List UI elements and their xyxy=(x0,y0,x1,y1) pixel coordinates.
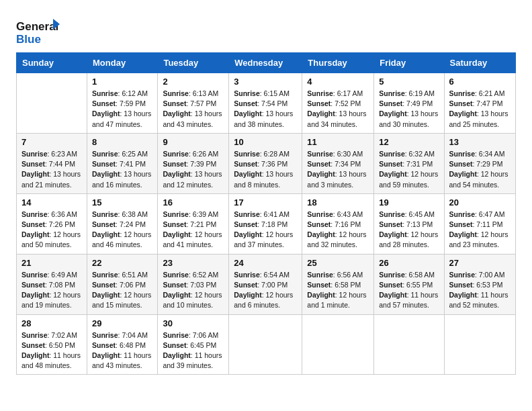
day-detail: Sunrise: 6:30 AMSunset: 7:34 PMDaylight:… xyxy=(307,149,369,190)
day-number: 3 xyxy=(234,77,297,87)
logo: GeneralBlue xyxy=(16,17,63,47)
calendar-cell: 10Sunrise: 6:28 AMSunset: 7:36 PMDayligh… xyxy=(229,133,302,193)
col-header-sunday: Sunday xyxy=(17,53,87,73)
day-detail: Sunrise: 6:34 AMSunset: 7:29 PMDaylight:… xyxy=(449,149,511,190)
calendar-cell: 16Sunrise: 6:39 AMSunset: 7:21 PMDayligh… xyxy=(158,193,229,254)
day-number: 9 xyxy=(163,137,224,147)
day-number: 6 xyxy=(449,77,511,87)
day-detail: Sunrise: 6:58 AMSunset: 6:55 PMDaylight:… xyxy=(379,270,439,311)
day-number: 13 xyxy=(449,137,511,147)
calendar-week-4: 21Sunrise: 6:49 AMSunset: 7:08 PMDayligh… xyxy=(17,254,516,314)
day-detail: Sunrise: 6:47 AMSunset: 7:11 PMDaylight:… xyxy=(449,210,511,250)
calendar-cell: 3Sunrise: 6:15 AMSunset: 7:54 PMDaylight… xyxy=(229,73,302,134)
calendar-cell xyxy=(444,314,516,375)
day-detail: Sunrise: 6:41 AMSunset: 7:18 PMDaylight:… xyxy=(234,210,297,250)
calendar-week-3: 14Sunrise: 6:36 AMSunset: 7:26 PMDayligh… xyxy=(17,193,516,254)
day-detail: Sunrise: 6:17 AMSunset: 7:52 PMDaylight:… xyxy=(307,89,369,130)
calendar-cell: 17Sunrise: 6:41 AMSunset: 7:18 PMDayligh… xyxy=(229,193,302,254)
day-detail: Sunrise: 6:25 AMSunset: 7:41 PMDaylight:… xyxy=(92,149,152,190)
page-header: GeneralBlue xyxy=(16,13,516,47)
calendar-cell: 14Sunrise: 6:36 AMSunset: 7:26 PMDayligh… xyxy=(17,193,87,254)
day-detail: Sunrise: 6:19 AMSunset: 7:49 PMDaylight:… xyxy=(379,89,439,130)
day-number: 27 xyxy=(449,258,511,268)
col-header-wednesday: Wednesday xyxy=(229,53,302,73)
calendar-cell: 12Sunrise: 6:32 AMSunset: 7:31 PMDayligh… xyxy=(374,133,444,193)
day-detail: Sunrise: 6:23 AMSunset: 7:44 PMDaylight:… xyxy=(21,149,82,190)
calendar-cell: 6Sunrise: 6:21 AMSunset: 7:47 PMDaylight… xyxy=(444,73,516,134)
day-detail: Sunrise: 6:52 AMSunset: 7:03 PMDaylight:… xyxy=(163,270,224,311)
day-detail: Sunrise: 6:39 AMSunset: 7:21 PMDaylight:… xyxy=(163,210,224,250)
calendar-table: SundayMondayTuesdayWednesdayThursdayFrid… xyxy=(16,52,516,375)
day-number: 28 xyxy=(21,318,82,328)
day-detail: Sunrise: 7:06 AMSunset: 6:45 PMDaylight:… xyxy=(163,330,224,371)
day-detail: Sunrise: 6:45 AMSunset: 7:13 PMDaylight:… xyxy=(379,210,439,250)
logo-svg: GeneralBlue xyxy=(16,17,63,47)
day-number: 24 xyxy=(234,258,297,268)
calendar-cell: 26Sunrise: 6:58 AMSunset: 6:55 PMDayligh… xyxy=(374,254,444,314)
day-number: 11 xyxy=(307,137,369,147)
col-header-tuesday: Tuesday xyxy=(158,53,229,73)
day-detail: Sunrise: 6:38 AMSunset: 7:24 PMDaylight:… xyxy=(92,210,152,250)
calendar-cell: 29Sunrise: 7:04 AMSunset: 6:48 PMDayligh… xyxy=(87,314,158,375)
calendar-cell: 30Sunrise: 7:06 AMSunset: 6:45 PMDayligh… xyxy=(158,314,229,375)
calendar-cell xyxy=(374,314,444,375)
day-number: 1 xyxy=(92,77,152,87)
calendar-cell: 15Sunrise: 6:38 AMSunset: 7:24 PMDayligh… xyxy=(87,193,158,254)
day-number: 18 xyxy=(307,197,369,208)
calendar-cell xyxy=(229,314,302,375)
day-number: 10 xyxy=(234,137,297,147)
calendar-cell: 28Sunrise: 7:02 AMSunset: 6:50 PMDayligh… xyxy=(17,314,87,375)
calendar-cell: 27Sunrise: 7:00 AMSunset: 6:53 PMDayligh… xyxy=(444,254,516,314)
day-detail: Sunrise: 6:56 AMSunset: 6:58 PMDaylight:… xyxy=(307,270,369,311)
day-number: 4 xyxy=(307,77,369,87)
calendar-cell: 20Sunrise: 6:47 AMSunset: 7:11 PMDayligh… xyxy=(444,193,516,254)
day-number: 14 xyxy=(21,197,82,208)
calendar-cell: 13Sunrise: 6:34 AMSunset: 7:29 PMDayligh… xyxy=(444,133,516,193)
day-detail: Sunrise: 6:13 AMSunset: 7:57 PMDaylight:… xyxy=(163,89,224,130)
day-detail: Sunrise: 7:00 AMSunset: 6:53 PMDaylight:… xyxy=(449,270,511,311)
calendar-cell: 21Sunrise: 6:49 AMSunset: 7:08 PMDayligh… xyxy=(17,254,87,314)
day-number: 5 xyxy=(379,77,439,87)
day-detail: Sunrise: 6:32 AMSunset: 7:31 PMDaylight:… xyxy=(379,149,439,190)
calendar-cell xyxy=(302,314,374,375)
calendar-cell: 11Sunrise: 6:30 AMSunset: 7:34 PMDayligh… xyxy=(302,133,374,193)
day-number: 20 xyxy=(449,197,511,208)
day-number: 7 xyxy=(21,137,82,147)
day-detail: Sunrise: 6:43 AMSunset: 7:16 PMDaylight:… xyxy=(307,210,369,250)
day-number: 29 xyxy=(92,318,152,328)
day-detail: Sunrise: 6:12 AMSunset: 7:59 PMDaylight:… xyxy=(92,89,152,130)
day-number: 22 xyxy=(92,258,152,268)
day-number: 12 xyxy=(379,137,439,147)
calendar-cell: 4Sunrise: 6:17 AMSunset: 7:52 PMDaylight… xyxy=(302,73,374,134)
calendar-cell xyxy=(17,73,87,134)
day-detail: Sunrise: 6:15 AMSunset: 7:54 PMDaylight:… xyxy=(234,89,297,130)
day-detail: Sunrise: 7:04 AMSunset: 6:48 PMDaylight:… xyxy=(92,330,152,371)
day-number: 25 xyxy=(307,258,369,268)
calendar-cell: 25Sunrise: 6:56 AMSunset: 6:58 PMDayligh… xyxy=(302,254,374,314)
day-detail: Sunrise: 6:54 AMSunset: 7:00 PMDaylight:… xyxy=(234,270,297,311)
col-header-monday: Monday xyxy=(87,53,158,73)
calendar-week-2: 7Sunrise: 6:23 AMSunset: 7:44 PMDaylight… xyxy=(17,133,516,193)
day-number: 8 xyxy=(92,137,152,147)
calendar-cell: 24Sunrise: 6:54 AMSunset: 7:00 PMDayligh… xyxy=(229,254,302,314)
calendar-week-5: 28Sunrise: 7:02 AMSunset: 6:50 PMDayligh… xyxy=(17,314,516,375)
calendar-cell: 18Sunrise: 6:43 AMSunset: 7:16 PMDayligh… xyxy=(302,193,374,254)
calendar-week-1: 1Sunrise: 6:12 AMSunset: 7:59 PMDaylight… xyxy=(17,73,516,134)
day-detail: Sunrise: 7:02 AMSunset: 6:50 PMDaylight:… xyxy=(21,330,82,371)
day-detail: Sunrise: 6:49 AMSunset: 7:08 PMDaylight:… xyxy=(21,270,82,311)
calendar-header-row: SundayMondayTuesdayWednesdayThursdayFrid… xyxy=(17,53,516,73)
col-header-saturday: Saturday xyxy=(444,53,516,73)
day-number: 16 xyxy=(163,197,224,208)
day-detail: Sunrise: 6:21 AMSunset: 7:47 PMDaylight:… xyxy=(449,89,511,130)
calendar-cell: 19Sunrise: 6:45 AMSunset: 7:13 PMDayligh… xyxy=(374,193,444,254)
calendar-cell: 5Sunrise: 6:19 AMSunset: 7:49 PMDaylight… xyxy=(374,73,444,134)
day-detail: Sunrise: 6:36 AMSunset: 7:26 PMDaylight:… xyxy=(21,210,82,250)
calendar-cell: 23Sunrise: 6:52 AMSunset: 7:03 PMDayligh… xyxy=(158,254,229,314)
day-detail: Sunrise: 6:26 AMSunset: 7:39 PMDaylight:… xyxy=(163,149,224,190)
col-header-thursday: Thursday xyxy=(302,53,374,73)
svg-text:General: General xyxy=(16,20,58,33)
calendar-cell: 7Sunrise: 6:23 AMSunset: 7:44 PMDaylight… xyxy=(17,133,87,193)
day-number: 26 xyxy=(379,258,439,268)
col-header-friday: Friday xyxy=(374,53,444,73)
svg-text:Blue: Blue xyxy=(16,33,41,46)
